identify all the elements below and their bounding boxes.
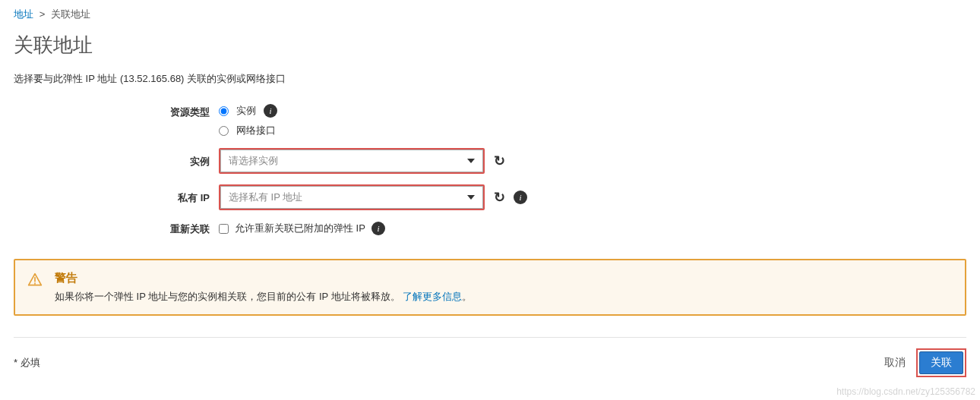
info-icon[interactable]: i xyxy=(514,191,527,204)
radio-eni-option[interactable]: 网络接口 xyxy=(219,124,277,137)
radio-instance-option[interactable]: 实例 i xyxy=(219,104,277,118)
row-resource-type: 资源类型 实例 i 网络接口 xyxy=(14,104,966,137)
chevron-down-icon xyxy=(467,159,475,163)
breadcrumb: 地址 > 关联地址 xyxy=(14,8,966,21)
info-icon[interactable]: i xyxy=(264,104,277,118)
breadcrumb-parent-link[interactable]: 地址 xyxy=(14,8,33,20)
intro-text: 选择要与此弹性 IP 地址 (13.52.165.68) 关联的实例或网络接口 xyxy=(14,72,966,86)
radio-eni-label: 网络接口 xyxy=(236,124,276,137)
row-private-ip: 私有 IP 选择私有 IP 地址 ↻ i xyxy=(14,184,966,210)
checkbox-reassociate-label: 允许重新关联已附加的弹性 IP xyxy=(235,222,365,235)
label-reassociate: 重新关联 xyxy=(14,221,219,236)
cancel-button[interactable]: 取消 xyxy=(877,351,913,374)
radio-eni[interactable] xyxy=(219,126,229,136)
select-private-ip[interactable]: 选择私有 IP 地址 xyxy=(219,184,485,210)
label-private-ip: 私有 IP xyxy=(14,190,219,205)
info-icon[interactable]: i xyxy=(371,222,385,235)
select-instance[interactable]: 请选择实例 xyxy=(219,148,485,174)
warning-message-text: 如果你将一个弹性 IP 地址与您的实例相关联，您目前的公有 IP 地址将被释放。 xyxy=(55,291,400,302)
associate-button[interactable]: 关联 xyxy=(919,351,963,374)
warning-icon xyxy=(27,272,43,304)
warning-period: 。 xyxy=(462,291,472,302)
label-resource-type: 资源类型 xyxy=(14,104,219,119)
breadcrumb-current: 关联地址 xyxy=(51,8,90,20)
page-title: 关联地址 xyxy=(14,32,966,58)
submit-button-highlight: 关联 xyxy=(916,348,966,377)
breadcrumb-separator: > xyxy=(40,8,46,20)
checkbox-reassociate-option[interactable]: 允许重新关联已附加的弹性 IP i xyxy=(219,222,385,235)
select-instance-placeholder: 请选择实例 xyxy=(229,154,278,168)
warning-message: 如果你将一个弹性 IP 地址与您的实例相关联，您目前的公有 IP 地址将被释放。… xyxy=(55,290,953,304)
row-reassociate: 重新关联 允许重新关联已附加的弹性 IP i xyxy=(14,221,966,236)
refresh-icon[interactable]: ↻ xyxy=(492,154,506,168)
checkbox-reassociate[interactable] xyxy=(219,224,229,234)
refresh-icon[interactable]: ↻ xyxy=(492,191,506,204)
learn-more-link[interactable]: 了解更多信息 xyxy=(403,291,462,302)
chevron-down-icon xyxy=(467,195,475,200)
select-private-ip-placeholder: 选择私有 IP 地址 xyxy=(229,191,302,204)
radio-instance-label: 实例 xyxy=(236,104,256,118)
footer: * 必填 取消 关联 xyxy=(14,337,966,377)
warning-title: 警告 xyxy=(55,271,953,285)
row-instance: 实例 请选择实例 ↻ xyxy=(14,148,966,174)
radio-instance[interactable] xyxy=(219,106,229,116)
required-note: * 必填 xyxy=(14,356,40,370)
label-instance: 实例 xyxy=(14,153,219,169)
warning-alert: 警告 如果你将一个弹性 IP 地址与您的实例相关联，您目前的公有 IP 地址将被… xyxy=(14,259,966,316)
